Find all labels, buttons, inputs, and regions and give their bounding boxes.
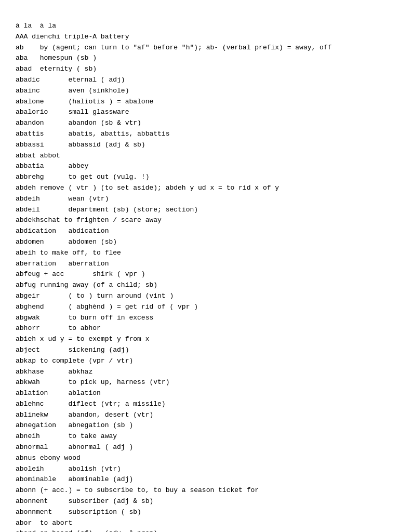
dictionary-page: à la à la AAA dienchi triple-A battery a… <box>16 21 383 532</box>
